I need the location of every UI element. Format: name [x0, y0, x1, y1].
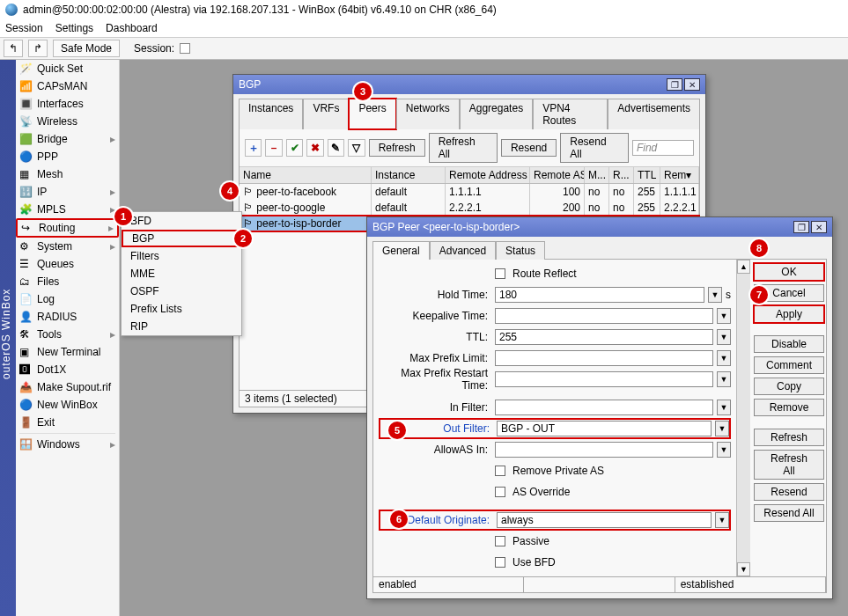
bgp-tab-vrfs[interactable]: VRFs	[303, 99, 349, 129]
peer-window-restore[interactable]: ❐	[793, 221, 809, 233]
peer-disable-button[interactable]: Disable	[754, 335, 824, 353]
remove-button[interactable]: －	[265, 139, 282, 157]
filter-button[interactable]: ▽	[348, 139, 365, 157]
sidebar-item-radius[interactable]: 👤RADIUS	[16, 308, 119, 326]
peer-tab-advanced[interactable]: Advanced	[430, 241, 496, 260]
peer-refresh-button[interactable]: Refresh	[754, 429, 824, 446]
bgp-tab-advertisements[interactable]: Advertisements	[608, 99, 700, 129]
peer-comment-button[interactable]: Comment	[754, 356, 824, 374]
def-orig-dropdown[interactable]: ▼	[715, 512, 729, 528]
remove-private-checkbox[interactable]	[495, 466, 505, 476]
max-prefix-input[interactable]	[495, 350, 713, 366]
sidebar-item-new-winbox[interactable]: 🔵New WinBox	[16, 396, 119, 414]
resend-all-button[interactable]: Resend All	[560, 133, 629, 163]
sidebar-item-bridge[interactable]: 🟩Bridge▸	[16, 130, 119, 148]
refresh-all-button[interactable]: Refresh All	[429, 133, 498, 163]
bgp-window-close[interactable]: ✕	[684, 78, 700, 91]
undo-button[interactable]: ↰	[4, 40, 23, 57]
menu-settings[interactable]: Settings	[55, 22, 93, 34]
submenu-item-rip[interactable]: RIP	[122, 318, 241, 335]
find-input[interactable]: Find	[632, 140, 694, 156]
out-filter-dropdown[interactable]: ▼	[715, 421, 729, 436]
max-prefix-rt-dropdown[interactable]: ▼	[717, 371, 731, 387]
sidebar-item-quick-set[interactable]: 🪄Quick Set	[16, 60, 119, 77]
max-prefix-dropdown[interactable]: ▼	[717, 350, 731, 366]
bgp-col-header[interactable]: TTL	[634, 167, 660, 183]
bgp-tab-aggregates[interactable]: Aggregates	[460, 99, 533, 129]
peer-remove-button[interactable]: Remove	[754, 399, 824, 416]
sidebar-item-interfaces[interactable]: 🔳Interfaces	[16, 95, 119, 113]
ttl-dropdown[interactable]: ▼	[717, 329, 731, 345]
sidebar-item-tools[interactable]: 🛠Tools▸	[16, 326, 119, 343]
disable-button[interactable]: ✖	[306, 139, 323, 157]
def-orig-input[interactable]	[497, 512, 712, 528]
peer-tab-general[interactable]: General	[372, 241, 430, 260]
sidebar-item-wireless[interactable]: 📡Wireless	[16, 113, 119, 130]
sidebar-item-make-supout.rif[interactable]: 📤Make Supout.rif	[16, 378, 119, 396]
bgp-tab-networks[interactable]: Networks	[396, 99, 460, 129]
submenu-item-ospf[interactable]: OSPF	[122, 282, 241, 300]
redo-button[interactable]: ↱	[28, 40, 48, 57]
peer-ok-button[interactable]: OK	[754, 263, 824, 281]
sidebar-item-log[interactable]: 📄Log	[16, 290, 119, 308]
allow-as-dropdown[interactable]: ▼	[717, 442, 731, 458]
sidebar-item-windows[interactable]: 🪟Windows▸	[16, 436, 119, 453]
allow-as-input[interactable]	[495, 442, 713, 458]
bgp-col-header[interactable]: R...	[609, 167, 634, 183]
bgp-col-header[interactable]: M...	[585, 167, 609, 183]
safe-mode-button[interactable]: Safe Mode	[53, 40, 120, 57]
bgp-tab-peers[interactable]: Peers	[349, 99, 395, 129]
sidebar-item-mesh[interactable]: ▦Mesh	[16, 165, 119, 183]
submenu-item-prefix-lists[interactable]: Prefix Lists	[122, 300, 241, 318]
bgp-col-header[interactable]: Rem▾	[660, 167, 699, 183]
ttl-input[interactable]	[495, 329, 713, 345]
out-filter-input[interactable]	[497, 421, 712, 436]
keepalive-input[interactable]	[495, 308, 713, 324]
refresh-button[interactable]: Refresh	[369, 139, 425, 157]
bgp-col-header[interactable]: Remote Address	[446, 167, 530, 183]
peer-refresh-all-button[interactable]: Refresh All	[754, 450, 824, 480]
as-override-checkbox[interactable]	[495, 487, 505, 497]
submenu-item-filters[interactable]: Filters	[122, 247, 241, 265]
sidebar-item-dot1x[interactable]: 🅾Dot1X	[16, 361, 119, 378]
sidebar-item-system[interactable]: ⚙System▸	[16, 238, 119, 255]
route-reflect-checkbox[interactable]	[495, 268, 505, 279]
passive-checkbox[interactable]	[495, 536, 505, 546]
enable-button[interactable]: ✔	[286, 139, 303, 157]
scroll-down-button[interactable]: ▼	[737, 562, 750, 576]
bgp-tab-instances[interactable]: Instances	[239, 99, 303, 129]
sidebar-item-mpls[interactable]: 🧩MPLS▸	[16, 201, 119, 218]
submenu-item-mme[interactable]: MME	[122, 265, 241, 282]
menu-session[interactable]: Session	[5, 22, 43, 34]
peer-copy-button[interactable]: Copy	[754, 378, 824, 395]
bgp-col-header[interactable]: Name	[240, 167, 372, 183]
peer-apply-button[interactable]: Apply	[754, 305, 824, 323]
bgp-window-restore[interactable]: ❐	[667, 78, 682, 91]
comment-button[interactable]: ✎	[328, 139, 344, 157]
peer-window-close[interactable]: ✕	[811, 221, 827, 233]
session-checkbox[interactable]	[180, 43, 190, 54]
sidebar-item-queues[interactable]: ☰Queues	[16, 255, 119, 273]
sidebar-item-capsman[interactable]: 📶CAPsMAN	[16, 77, 119, 95]
sidebar-item-exit[interactable]: 🚪Exit	[16, 414, 119, 431]
bgp-peer-row[interactable]: 🏳 peer-to-facebookdefault1.1.1.1100nono2…	[240, 184, 699, 200]
peer-scrollbar[interactable]: ▲ ▼	[736, 260, 750, 576]
sidebar-item-routing[interactable]: ↪Routing▸	[16, 218, 119, 238]
submenu-item-bgp[interactable]: BGP	[122, 230, 241, 247]
sidebar-item-ip[interactable]: 🔢IP▸	[16, 183, 119, 201]
resend-button[interactable]: Resend	[501, 139, 557, 157]
add-button[interactable]: ＋	[245, 139, 262, 157]
submenu-item-bfd[interactable]: BFD	[122, 212, 241, 230]
keepalive-dropdown[interactable]: ▼	[717, 308, 731, 324]
peer-tab-status[interactable]: Status	[496, 241, 545, 260]
bgp-col-header[interactable]: Instance	[372, 167, 446, 183]
bgp-window-titlebar[interactable]: BGP ❐ ✕	[233, 75, 705, 94]
menu-dashboard[interactable]: Dashboard	[106, 22, 158, 34]
peer-resend-all-button[interactable]: Resend All	[754, 504, 824, 522]
in-filter-dropdown[interactable]: ▼	[717, 400, 731, 415]
hold-time-input[interactable]	[495, 287, 704, 303]
max-prefix-rt-input[interactable]	[495, 371, 713, 387]
peer-window-titlebar[interactable]: BGP Peer <peer-to-isp-border> ❐ ✕	[367, 217, 832, 237]
bgp-col-header[interactable]: Remote AS	[530, 167, 585, 183]
sidebar-item-new-terminal[interactable]: ▣New Terminal	[16, 343, 119, 361]
